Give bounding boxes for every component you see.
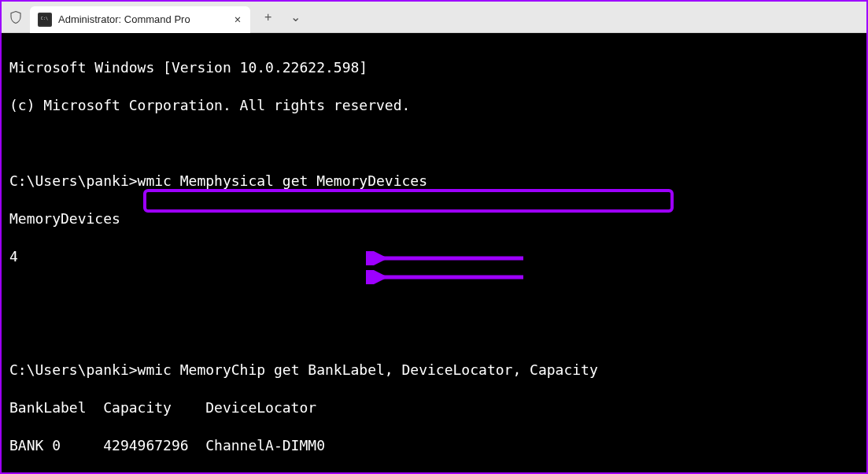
tab-title: Administrator: Command Pro — [58, 13, 231, 25]
command-line-1: C:\Users\panki>wmic Memphysical get Memo… — [9, 172, 859, 191]
output-value-1: 4 — [9, 247, 859, 266]
copyright-line: (c) Microsoft Corporation. All rights re… — [9, 96, 859, 115]
table-header: BankLabel Capacity DeviceLocator — [9, 398, 859, 417]
tab-actions: + ⌄ — [264, 11, 301, 24]
terminal-content[interactable]: Microsoft Windows [Version 10.0.22622.59… — [2, 33, 866, 474]
table-row: BANK 0 4294967296 ChannelA-DIMM0 — [9, 436, 859, 455]
annotation-arrow-icon — [349, 232, 506, 246]
shield-icon — [8, 9, 24, 25]
output-header-1: MemoryDevices — [9, 209, 859, 228]
titlebar: C:\ Administrator: Command Pro ✕ + ⌄ — [2, 2, 866, 33]
cmd-icon: C:\ — [38, 13, 52, 27]
svg-text:C:\: C:\ — [41, 16, 48, 20]
tab-dropdown-button[interactable]: ⌄ — [290, 11, 301, 24]
close-icon[interactable]: ✕ — [231, 13, 244, 26]
window-tab[interactable]: C:\ Administrator: Command Pro ✕ — [30, 6, 250, 33]
new-tab-button[interactable]: + — [264, 11, 271, 24]
version-line: Microsoft Windows [Version 10.0.22622.59… — [9, 58, 859, 77]
command-line-2: C:\Users\panki>wmic MemoryChip get BankL… — [9, 361, 859, 380]
